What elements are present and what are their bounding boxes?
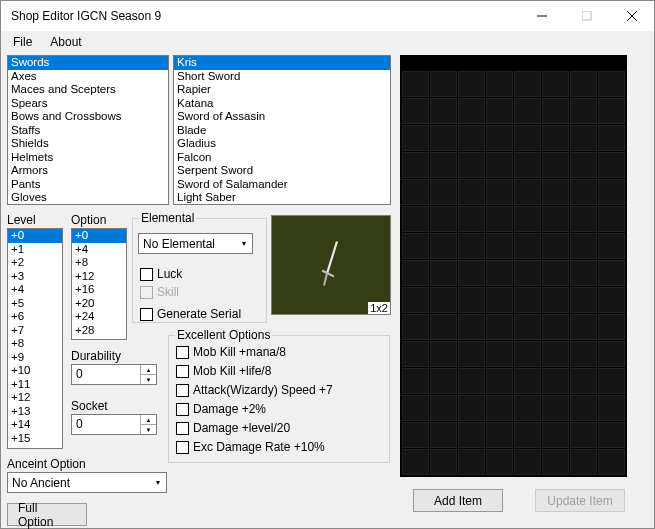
inventory-cell[interactable]	[430, 287, 457, 313]
list-item[interactable]: +9	[8, 351, 62, 365]
list-item[interactable]: Katana	[174, 97, 390, 111]
inventory-cell[interactable]	[458, 287, 485, 313]
inventory-cell[interactable]	[542, 449, 569, 475]
inventory-cell[interactable]	[486, 179, 513, 205]
inventory-cell[interactable]	[430, 71, 457, 97]
inventory-cell[interactable]	[598, 260, 625, 286]
list-item[interactable]: Axes	[8, 70, 168, 84]
list-item[interactable]: Serpent Sword	[174, 164, 390, 178]
inventory-cell[interactable]	[430, 422, 457, 448]
inventory-cell[interactable]	[542, 233, 569, 259]
list-item[interactable]: +24	[72, 310, 126, 324]
elemental-combo[interactable]: No Elemental ▾	[138, 233, 253, 254]
inventory-cell[interactable]	[514, 395, 541, 421]
inventory-cell[interactable]	[514, 152, 541, 178]
inventory-cell[interactable]	[598, 314, 625, 340]
inventory-cell[interactable]	[542, 71, 569, 97]
list-item[interactable]: Pants	[8, 178, 168, 192]
inventory-cell[interactable]	[486, 449, 513, 475]
list-item[interactable]: +5	[8, 297, 62, 311]
inventory-cell[interactable]	[458, 260, 485, 286]
list-item[interactable]: +2	[8, 256, 62, 270]
inventory-cell[interactable]	[486, 206, 513, 232]
list-item[interactable]: +14	[8, 418, 62, 432]
inventory-cell[interactable]	[458, 314, 485, 340]
inventory-cell[interactable]	[514, 314, 541, 340]
list-item[interactable]: +15	[8, 432, 62, 446]
inventory-cell[interactable]	[542, 287, 569, 313]
inventory-cell[interactable]	[570, 260, 597, 286]
list-item[interactable]: +4	[72, 243, 126, 257]
spinner-down-icon[interactable]: ▼	[141, 375, 156, 384]
list-item[interactable]: +12	[8, 391, 62, 405]
excellent-option-checkbox[interactable]: Exc Damage Rate +10%	[176, 440, 325, 454]
inventory-cell[interactable]	[514, 125, 541, 151]
inventory-cell[interactable]	[570, 233, 597, 259]
inventory-cell[interactable]	[514, 449, 541, 475]
inventory-cell[interactable]	[514, 422, 541, 448]
list-item[interactable]: Spears	[8, 97, 168, 111]
list-item[interactable]: Falcon	[174, 151, 390, 165]
list-item[interactable]: +13	[8, 405, 62, 419]
inventory-cell[interactable]	[514, 71, 541, 97]
inventory-cell[interactable]	[514, 260, 541, 286]
inventory-cell[interactable]	[542, 314, 569, 340]
list-item[interactable]: +28	[72, 324, 126, 338]
list-item[interactable]: Maces and Scepters	[8, 83, 168, 97]
excellent-option-checkbox[interactable]: Damage +level/20	[176, 421, 290, 435]
inventory-cell[interactable]	[514, 179, 541, 205]
inventory-cell[interactable]	[458, 206, 485, 232]
inventory-cell[interactable]	[570, 152, 597, 178]
list-item[interactable]: +0	[72, 229, 126, 243]
inventory-cell[interactable]	[402, 260, 429, 286]
inventory-cell[interactable]	[402, 98, 429, 124]
inventory-cell[interactable]	[486, 71, 513, 97]
category-listbox[interactable]: SwordsAxesMaces and SceptersSpearsBows a…	[7, 55, 169, 205]
inventory-cell[interactable]	[486, 152, 513, 178]
inventory-cell[interactable]	[514, 368, 541, 394]
inventory-cell[interactable]	[458, 341, 485, 367]
list-item[interactable]: +6	[8, 310, 62, 324]
inventory-cell[interactable]	[570, 422, 597, 448]
inventory-cell[interactable]	[570, 314, 597, 340]
minimize-button[interactable]	[519, 1, 564, 31]
inventory-cell[interactable]	[402, 71, 429, 97]
inventory-cell[interactable]	[458, 125, 485, 151]
inventory-cell[interactable]	[458, 395, 485, 421]
excellent-option-checkbox[interactable]: Mob Kill +life/8	[176, 364, 271, 378]
inventory-cell[interactable]	[598, 341, 625, 367]
inventory-cell[interactable]	[430, 449, 457, 475]
item-listbox[interactable]: KrisShort SwordRapierKatanaSword of Assa…	[173, 55, 391, 205]
inventory-cell[interactable]	[430, 152, 457, 178]
ancient-combo[interactable]: No Ancient ▾	[7, 472, 167, 493]
close-button[interactable]	[609, 1, 654, 31]
inventory-cell[interactable]	[542, 206, 569, 232]
inventory-cell[interactable]	[542, 260, 569, 286]
inventory-cell[interactable]	[570, 395, 597, 421]
inventory-cell[interactable]	[486, 260, 513, 286]
inventory-cell[interactable]	[402, 287, 429, 313]
inventory-cell[interactable]	[570, 341, 597, 367]
inventory-cell[interactable]	[570, 98, 597, 124]
list-item[interactable]: Short Sword	[174, 70, 390, 84]
list-item[interactable]: Blade	[174, 124, 390, 138]
spinner-up-icon[interactable]: ▲	[141, 365, 156, 375]
list-item[interactable]: +10	[8, 364, 62, 378]
inventory-cell[interactable]	[430, 206, 457, 232]
inventory-cell[interactable]	[430, 233, 457, 259]
spinner-up-icon[interactable]: ▲	[141, 415, 156, 425]
list-item[interactable]: Shields	[8, 137, 168, 151]
list-item[interactable]: +1	[8, 243, 62, 257]
inventory-cell[interactable]	[458, 449, 485, 475]
inventory-cell[interactable]	[430, 125, 457, 151]
inventory-cell[interactable]	[402, 395, 429, 421]
menu-about[interactable]: About	[50, 35, 81, 49]
inventory-cell[interactable]	[486, 287, 513, 313]
inventory-cell[interactable]	[542, 125, 569, 151]
list-item[interactable]: Helmets	[8, 151, 168, 165]
inventory-cell[interactable]	[486, 314, 513, 340]
inventory-cell[interactable]	[458, 71, 485, 97]
excellent-option-checkbox[interactable]: Mob Kill +mana/8	[176, 345, 286, 359]
full-option-button[interactable]: Full Option	[7, 503, 87, 526]
list-item[interactable]: Light Saber	[174, 191, 390, 204]
